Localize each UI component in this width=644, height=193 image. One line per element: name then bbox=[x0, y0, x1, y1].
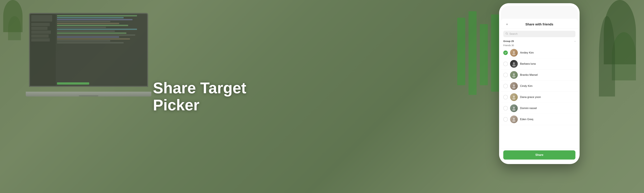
laptop-illustration bbox=[29, 13, 154, 96]
decorative-bars bbox=[457, 8, 499, 105]
svg-point-7 bbox=[512, 75, 516, 77]
svg-point-10 bbox=[513, 96, 515, 97]
contact-radio[interactable] bbox=[503, 95, 508, 99]
friends-section-label: Friends 30 bbox=[501, 43, 578, 47]
phone-mockup: × Share with friends Search bbox=[499, 3, 580, 164]
svg-point-2 bbox=[513, 51, 515, 53]
contact-name: Domini rasoel bbox=[520, 107, 537, 110]
contact-radio[interactable] bbox=[503, 117, 508, 122]
contact-item[interactable]: Branko Marsel bbox=[501, 69, 578, 81]
contact-avatar bbox=[510, 71, 518, 79]
contact-name: Amiley Kim bbox=[520, 51, 534, 54]
contact-item[interactable]: Amiley Kim bbox=[501, 47, 578, 58]
plant-left bbox=[0, 0, 32, 64]
contact-item[interactable]: Eden Greq bbox=[501, 114, 578, 125]
phone-screen: × Share with friends Search bbox=[501, 6, 578, 162]
phone-body: × Share with friends Search bbox=[499, 3, 580, 164]
svg-point-3 bbox=[512, 53, 516, 55]
contact-name: Eden Greq bbox=[520, 118, 533, 121]
group-section-label: Group 25 › bbox=[501, 38, 578, 43]
contact-name: Dana grace yoon bbox=[520, 96, 541, 99]
svg-point-13 bbox=[512, 109, 516, 111]
contact-radio[interactable] bbox=[503, 73, 508, 77]
svg-point-4 bbox=[513, 62, 515, 64]
plant-right bbox=[596, 0, 644, 113]
contact-item[interactable]: Dana grace yoon bbox=[501, 92, 578, 103]
share-modal: × Share with friends Search bbox=[501, 19, 578, 162]
svg-point-12 bbox=[513, 107, 515, 109]
search-placeholder: Search bbox=[510, 32, 518, 35]
contact-name: Cindy Kim bbox=[520, 84, 532, 88]
svg-point-6 bbox=[513, 73, 515, 75]
share-button[interactable]: Share bbox=[503, 150, 576, 160]
modal-title: Share with friends bbox=[525, 22, 553, 26]
modal-header: × Share with friends bbox=[501, 19, 578, 29]
contact-list: Amiley KimBarbara lunaBranko MarselCindy… bbox=[501, 47, 578, 148]
svg-point-14 bbox=[513, 118, 515, 120]
search-bar[interactable]: Search bbox=[503, 31, 576, 37]
svg-point-15 bbox=[512, 120, 516, 122]
contact-radio[interactable] bbox=[503, 84, 508, 88]
contact-radio[interactable] bbox=[503, 62, 508, 66]
contact-item[interactable]: Cindy Kim bbox=[501, 81, 578, 92]
svg-point-8 bbox=[513, 84, 515, 86]
contact-radio[interactable] bbox=[503, 50, 508, 55]
svg-point-11 bbox=[512, 98, 516, 100]
svg-line-1 bbox=[507, 34, 508, 35]
contact-item[interactable]: Domini rasoel bbox=[501, 103, 578, 114]
search-icon bbox=[506, 32, 508, 35]
close-button[interactable]: × bbox=[504, 22, 510, 27]
contact-name: Branko Marsel bbox=[520, 73, 538, 77]
contact-avatar bbox=[510, 49, 518, 57]
contact-radio[interactable] bbox=[503, 106, 508, 111]
share-button-wrap: Share bbox=[501, 148, 578, 162]
contact-avatar bbox=[510, 116, 518, 123]
contact-avatar bbox=[510, 82, 518, 90]
hero-title: Share Target Picker bbox=[153, 79, 285, 113]
svg-point-5 bbox=[512, 64, 516, 66]
contact-avatar bbox=[510, 104, 518, 112]
contact-avatar bbox=[510, 93, 518, 101]
svg-point-9 bbox=[512, 87, 516, 89]
contact-item[interactable]: Barbara luna bbox=[501, 58, 578, 69]
contact-name: Barbara luna bbox=[520, 62, 536, 65]
chevron-icon: › bbox=[574, 40, 576, 42]
contact-avatar bbox=[510, 60, 518, 68]
